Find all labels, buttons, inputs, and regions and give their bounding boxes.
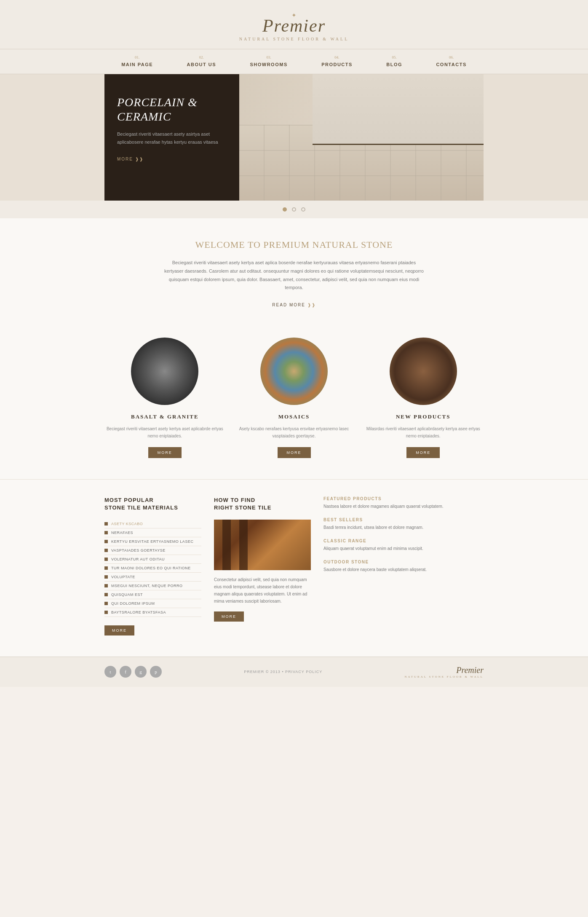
product-card-new: NEW PRODUCTS Milasrdas riveriti vitaesae…: [363, 338, 484, 458]
nav-item-blog[interactable]: 05. BLOG: [378, 49, 411, 74]
products-inner: BASALT & GRANITE Beciegast riveriti vita…: [104, 338, 484, 458]
popular-heading-1: MOST POPULAR: [104, 497, 154, 503]
list-sq-icon: [104, 531, 108, 534]
hero-more-button[interactable]: MORE: [117, 157, 144, 161]
featured-title-3[interactable]: CLASSIC RANGE: [323, 539, 484, 543]
footer-logo-wrap: Premier NATURAL STONE FLOOR & WALL: [404, 665, 484, 678]
list-item[interactable]: BAYTSRALORE BYATSFASA: [104, 608, 201, 617]
featured-title-4[interactable]: OUTDOOR STONE: [323, 560, 484, 564]
product-title-basalt: BASALT & GRANITE: [104, 413, 225, 420]
list-sq-icon: [104, 549, 108, 552]
hero-dot-1[interactable]: [283, 207, 287, 212]
list-sq-icon: [104, 602, 108, 605]
howto-image: [214, 520, 311, 570]
featured-text-4: Sausbore et dolore naycera baste volupta…: [323, 566, 484, 573]
howto-more-button[interactable]: MORE: [214, 611, 244, 622]
list-sq-icon: [104, 593, 108, 596]
popular-heading: MOST POPULAR STONE TILE MATERIALS: [104, 496, 201, 512]
product-title-new: NEW PRODUCTS: [363, 413, 484, 420]
list-item[interactable]: KERTYU ERSVITAE ERTYASNEMO LASEC: [104, 537, 201, 546]
featured-item-3: CLASSIC RANGE Aliquam quaerat voluptamut…: [323, 539, 484, 552]
nav-label-5: BLOG: [386, 62, 402, 67]
list-item-text: QUI DOLOREM IPSUM: [111, 601, 155, 606]
list-item[interactable]: VOLERNATUR AUT ODITAU: [104, 555, 201, 564]
list-sq-icon: [104, 566, 108, 570]
footer-social: t f g p: [104, 666, 162, 678]
nav-item-about[interactable]: 02. ABOUT US: [179, 49, 225, 74]
read-more-button[interactable]: READ MORE: [272, 303, 315, 307]
featured-text-2: Basdi temra incidunt, utsea labore et do…: [323, 524, 484, 531]
nav-inner: 01. MAIN PAGE 02. ABOUT US 03. SHOWROOMS…: [104, 49, 484, 74]
product-title-mosaic: MOSAICS: [234, 413, 355, 420]
list-item[interactable]: ASETY KSCABO: [104, 520, 201, 528]
social-facebook[interactable]: f: [120, 666, 131, 678]
hero-title: PORCELAIN & CERAMIC: [117, 95, 227, 123]
product-text-new: Milasrdas riveriti vitaesaert aplicabrda…: [363, 425, 484, 440]
footer-logo-sub: NATURAL STONE FLOOR & WALL: [404, 675, 484, 678]
logo-title: Premier: [0, 16, 588, 36]
nav-label-4: PRODUCTS: [321, 62, 353, 67]
welcome-title-prefix: WELCOME TO: [195, 239, 264, 250]
hero-inner: PORCELAIN & CERAMIC Beciegast riveriti v…: [104, 74, 484, 201]
welcome-title-highlight: PREMIUM NATURAL STONE: [263, 239, 393, 250]
hero-dot-3[interactable]: [301, 207, 305, 212]
list-item[interactable]: NERAFAES: [104, 528, 201, 537]
nav-item-showrooms[interactable]: 03. SHOWROOMS: [241, 49, 296, 74]
site-header: ✦ Premier NATURAL STONE FLOOR & WALL: [0, 0, 588, 49]
hero-dots: [0, 201, 588, 218]
product-image-basalt: [131, 338, 198, 405]
list-item[interactable]: VASPTAIADES GOERTAYSE: [104, 546, 201, 555]
site-footer: t f g p PREMIER © 2013 • PRIVACY POLICY …: [0, 657, 588, 687]
nav-num-3: 03.: [250, 55, 287, 59]
product-text-mosaic: Asety kscabo nerafaes kertyusa ersvitae …: [234, 425, 355, 440]
list-item[interactable]: QUI DOLOREM IPSUM: [104, 599, 201, 608]
featured-title-2[interactable]: BEST SELLERS: [323, 517, 484, 522]
nav-num-4: 04.: [321, 55, 353, 59]
nav-item-main[interactable]: 01. MAIN PAGE: [113, 49, 161, 74]
product-card-basalt: BASALT & GRANITE Beciegast riveriti vita…: [104, 338, 225, 458]
product-more-basalt[interactable]: MORE: [148, 447, 182, 458]
products-section: BASALT & GRANITE Beciegast riveriti vita…: [0, 325, 588, 479]
nav-num-1: 01.: [121, 55, 153, 59]
popular-list: ASETY KSCABO NERAFAES KERTYU ERSVITAE ER…: [104, 520, 201, 617]
hero-dark-panel: PORCELAIN & CERAMIC Beciegast riveriti v…: [104, 74, 239, 201]
featured-title-1[interactable]: FEATURED PRODUCTS: [323, 496, 484, 501]
product-more-mosaic[interactable]: MORE: [278, 447, 311, 458]
nav-label-1: MAIN PAGE: [121, 62, 153, 67]
hero-image: [239, 74, 484, 201]
product-image-mosaic: [260, 338, 328, 405]
list-item[interactable]: MSEGUI NESCIUNT, NEQUE PORRO: [104, 582, 201, 590]
list-item-text: MSEGUI NESCIUNT, NEQUE PORRO: [111, 584, 183, 588]
featured-text-1: Nastsea labore et dolore magames aliquam…: [323, 503, 484, 510]
nav-label-6: CONTACTS: [436, 62, 466, 67]
info-featured: FEATURED PRODUCTS Nastsea labore et dolo…: [323, 496, 484, 635]
welcome-text: Beciegast riveriti vitaesaert asety kert…: [163, 259, 425, 292]
list-sq-icon: [104, 540, 108, 543]
social-google[interactable]: g: [135, 666, 147, 678]
list-sq-icon: [104, 522, 108, 526]
nav-num-5: 05.: [386, 55, 402, 59]
welcome-section: WELCOME TO PREMIUM NATURAL STONE Beciega…: [0, 218, 588, 325]
hero-section: PORCELAIN & CERAMIC Beciegast riveriti v…: [0, 74, 588, 201]
hero-dot-2[interactable]: [292, 207, 296, 212]
list-item-text: ASETY KSCABO: [111, 522, 143, 526]
social-twitter[interactable]: t: [104, 666, 116, 678]
nav-num-6: 06.: [436, 55, 466, 59]
list-item[interactable]: TUR MAONI DOLORES EO QUI RATIONE: [104, 564, 201, 573]
nav-item-contacts[interactable]: 06. CONTACTS: [428, 49, 475, 74]
product-image-new: [390, 338, 457, 405]
product-card-mosaic: MOSAICS Asety kscabo nerafaes kertyusa e…: [234, 338, 355, 458]
popular-more-button[interactable]: MORE: [104, 625, 134, 635]
nav-label-2: ABOUT US: [187, 62, 216, 67]
list-item-text: VOLUPTATE: [111, 575, 135, 579]
product-more-new[interactable]: MORE: [406, 447, 440, 458]
hero-text: Beciegast riveriti vitaesaert asety asir…: [117, 130, 227, 146]
social-pinterest[interactable]: p: [150, 666, 162, 678]
list-item[interactable]: QUISQUAM EST: [104, 590, 201, 599]
list-item-text: VOLERNATUR AUT ODITAU: [111, 557, 165, 561]
footer-logo: Premier: [404, 665, 484, 675]
list-item[interactable]: VOLUPTATE: [104, 573, 201, 582]
logo-subtitle: NATURAL STONE FLOOR & WALL: [0, 37, 588, 41]
nav-item-products[interactable]: 04. PRODUCTS: [313, 49, 361, 74]
featured-item-4: OUTDOOR STONE Sausbore et dolore naycera…: [323, 560, 484, 573]
